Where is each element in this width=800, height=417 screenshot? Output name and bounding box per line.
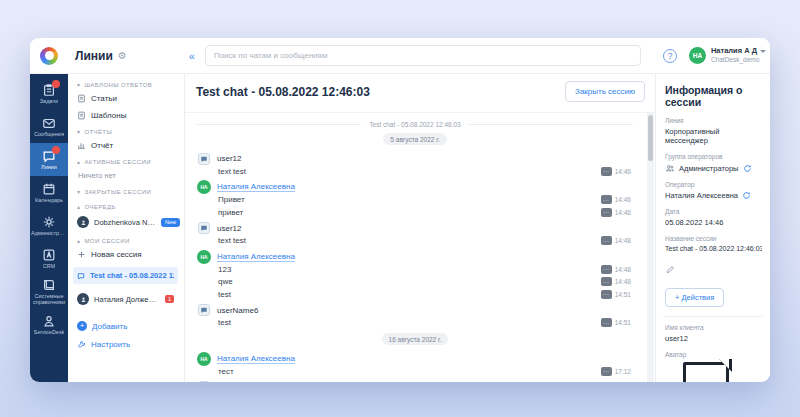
chevron-down-icon bbox=[760, 50, 766, 53]
field-value-operator: Наталия Алексеевна bbox=[665, 191, 738, 200]
message-text: 123 bbox=[218, 265, 231, 274]
rail-item-messages[interactable]: Сообщения bbox=[30, 110, 68, 143]
badge-dot bbox=[52, 80, 60, 88]
plus-circle-icon: + bbox=[77, 321, 87, 331]
session-info-panel: Информация о сессии Линия Корпоративный … bbox=[655, 74, 770, 382]
field-value-date: 05.08.2022 14:46 bbox=[665, 218, 762, 227]
rail-item-tasks[interactable]: Задачи bbox=[30, 77, 68, 110]
delivery-status-icon: ··· bbox=[601, 318, 612, 327]
message: userName6 test···14:51 bbox=[197, 304, 633, 330]
group-icon bbox=[665, 163, 675, 173]
sidebar-item-articles[interactable]: Статьи bbox=[77, 94, 180, 103]
app-logo[interactable] bbox=[30, 47, 68, 65]
rail-item-calendar[interactable]: Календарь bbox=[30, 176, 68, 209]
user-avatar[interactable]: НА bbox=[689, 47, 706, 64]
delivery-status-icon: ··· bbox=[601, 208, 612, 217]
new-badge: New bbox=[161, 218, 180, 227]
field-value-operator-group: Администраторы bbox=[679, 164, 739, 173]
message-author: user12 bbox=[217, 224, 241, 233]
wrench-icon bbox=[77, 340, 86, 349]
sidebar-item-report[interactable]: Отчёт bbox=[77, 141, 180, 150]
edit-icon[interactable] bbox=[666, 260, 762, 278]
document-icon bbox=[77, 111, 86, 120]
message: НАНаталия Алексеевна 123···14:48 qwe···1… bbox=[197, 250, 633, 301]
message-text: test bbox=[218, 290, 231, 299]
delivery-status-icon: ··· bbox=[601, 290, 612, 299]
operator-avatar: НА bbox=[197, 352, 211, 366]
close-session-button[interactable]: Закрыть сессию bbox=[565, 81, 645, 102]
rail-item-administration[interactable]: Администрир... bbox=[30, 209, 68, 242]
message-author: user12 bbox=[217, 154, 241, 163]
user-menu[interactable]: Наталия А Д ChatDesk_demo bbox=[711, 47, 766, 63]
section-active-sessions[interactable]: ▴АКТИВНЫЕ СЕССИИ bbox=[77, 158, 180, 165]
field-label-date: Дата bbox=[665, 208, 762, 215]
sidebar-collapse-button[interactable]: « bbox=[189, 50, 195, 62]
message-author[interactable]: Наталия Алексеевна bbox=[217, 182, 295, 192]
message-time: 14:46 bbox=[615, 196, 631, 203]
rail-item-label: ServiceDesk bbox=[34, 329, 65, 335]
message: НАНаталия Алексеевна тест···17:12 bbox=[197, 352, 633, 378]
field-label-line: Линия bbox=[665, 117, 762, 124]
rail-item-lines[interactable]: Линии bbox=[30, 143, 68, 176]
delivery-status-icon: ··· bbox=[601, 195, 612, 204]
chevron-icon: ▴ bbox=[77, 237, 80, 244]
sidebar-item-templates[interactable]: Шаблоны bbox=[77, 111, 180, 120]
delivery-status-icon: ··· bbox=[601, 167, 612, 176]
rail-item-crm[interactable]: CRM bbox=[30, 242, 68, 275]
message-author[interactable]: Наталия Алексеевна bbox=[217, 252, 295, 262]
rail-item-label: Календарь bbox=[35, 197, 63, 203]
message: user12 text test···14:48 bbox=[197, 222, 633, 248]
message: НАНаталия Алексеевна Привет···14:46 прив… bbox=[197, 181, 633, 219]
message-time: 17:12 bbox=[615, 368, 631, 375]
calendar-icon bbox=[42, 182, 56, 196]
session-item-natalia-dolzhenkova[interactable]: Наталия Долженкова - 04.0 1 bbox=[77, 293, 180, 305]
chat-scrollbar[interactable] bbox=[647, 113, 654, 382]
rail-item-servicedesk[interactable]: ServiceDesk bbox=[30, 308, 68, 341]
rail-item-label: Линии bbox=[41, 164, 57, 170]
avatar bbox=[77, 216, 89, 228]
configure-button[interactable]: Настроить bbox=[77, 340, 180, 349]
message-list[interactable]: Test chat - 05.08.2022 12:46:03 5 август… bbox=[185, 113, 645, 382]
section-my-sessions[interactable]: ▴МОИ СЕССИИ bbox=[77, 237, 180, 244]
message: user12 text test···14:46 bbox=[197, 152, 633, 178]
message-time: 14:51 bbox=[615, 291, 631, 298]
refresh-icon[interactable] bbox=[743, 164, 752, 173]
section-queue[interactable]: ▴ОЧЕРЕДЬ bbox=[77, 203, 180, 210]
session-item-test-chat-active[interactable]: Test chat - 05.08.2022 12:46: bbox=[73, 267, 178, 284]
delivery-status-icon: ··· bbox=[601, 367, 612, 376]
new-session-button[interactable]: Новая сессия bbox=[77, 250, 180, 259]
top-bar: Линии ⚙ « ? НА Наталия А Д ChatDesk_demo bbox=[30, 38, 770, 74]
help-icon[interactable]: ? bbox=[663, 49, 677, 63]
scrollbar-thumb[interactable] bbox=[648, 115, 653, 161]
date-chip: 16 августа 2022 г. bbox=[382, 333, 449, 345]
refresh-icon[interactable] bbox=[742, 191, 751, 200]
actions-button[interactable]: + Действия bbox=[665, 288, 724, 307]
chevron-icon: ▴ bbox=[77, 158, 80, 165]
message-text: test bbox=[218, 318, 231, 327]
field-value-client-name: user12 bbox=[665, 334, 762, 343]
add-button[interactable]: + Добавить bbox=[77, 321, 180, 331]
gear-icon[interactable]: ⚙ bbox=[118, 50, 127, 61]
section-answer-templates[interactable]: ▾ШАБЛОНЫ ОТВЕТОВ bbox=[77, 81, 180, 88]
section-closed-sessions[interactable]: ▾ЗАКРЫТЫЕ СЕССИИ bbox=[77, 188, 180, 195]
chevron-icon: ▾ bbox=[77, 81, 80, 88]
plus-icon bbox=[77, 250, 86, 259]
messenger-client-icon bbox=[198, 153, 210, 165]
avatar bbox=[77, 293, 89, 305]
message-author[interactable]: Наталия Алексеевна bbox=[217, 354, 295, 364]
rail-item-system-directories[interactable]: Системные справочники bbox=[30, 275, 68, 308]
session-item-dobzhenkova[interactable]: Dobzhenkova Natalia - New bbox=[77, 216, 180, 228]
delivery-status-icon: ··· bbox=[601, 265, 612, 274]
client-avatar-file[interactable]: JPEG bbox=[683, 362, 729, 382]
chat-header: Test chat - 05.08.2022 12:46:03 Закрыть … bbox=[185, 74, 655, 113]
operator-avatar: НА bbox=[197, 250, 211, 264]
message-text: text test bbox=[218, 167, 246, 176]
message-text: Привет bbox=[218, 195, 245, 204]
field-value-session-name: Test chat - 05.08.2022 12:46:03 bbox=[665, 245, 762, 252]
search-input[interactable] bbox=[205, 45, 641, 66]
rail-item-label: Задачи bbox=[40, 98, 58, 104]
user-account: ChatDesk_demo bbox=[711, 56, 766, 63]
chat-bubble-icon bbox=[77, 272, 85, 280]
section-reports[interactable]: ▾ОТЧЁТЫ bbox=[77, 128, 180, 135]
messenger-client-icon bbox=[198, 381, 210, 382]
